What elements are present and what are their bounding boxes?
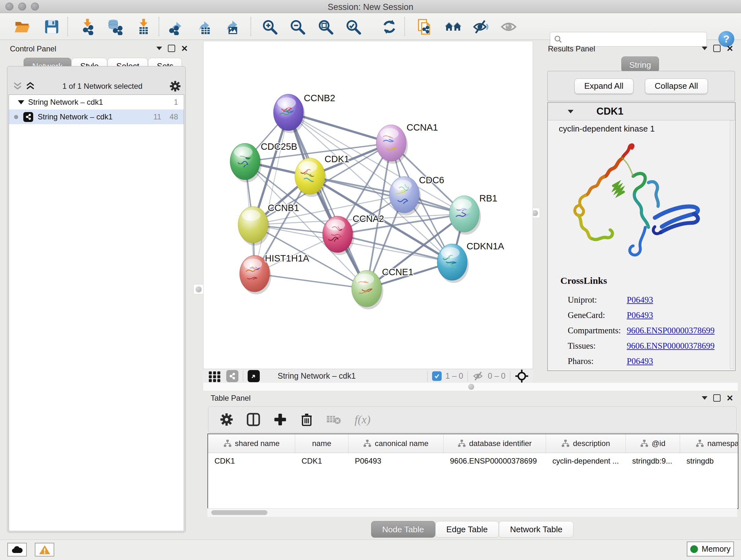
table-cell[interactable]: stringdb:9... [626, 453, 680, 469]
expander-triangle-icon[interactable] [18, 100, 24, 105]
protein-description: cyclin-dependent kinase 1 [559, 124, 655, 134]
add-column-icon[interactable] [273, 413, 287, 426]
crosslink-link[interactable]: 9606.ENSP00000378699 [627, 326, 715, 335]
zoom-fit-button[interactable] [317, 18, 334, 36]
save-session-button[interactable] [43, 18, 61, 36]
birds-eye-grid-icon[interactable] [208, 370, 221, 382]
table-panel-float-icon[interactable] [713, 394, 721, 401]
table-cell[interactable]: stringdb [680, 453, 738, 469]
zoom-selected-button[interactable] [344, 18, 362, 36]
table-cell[interactable]: cyclin-dependent ... [546, 453, 626, 469]
expand-all-icon[interactable] [25, 82, 36, 90]
import-table-from-file-button[interactable] [135, 18, 152, 36]
column-header-canonical-name[interactable]: canonical name [348, 434, 444, 453]
column-type-icon [561, 439, 569, 448]
control-panel-close-icon[interactable]: ✕ [181, 45, 188, 52]
export-image-button[interactable] [223, 18, 241, 36]
column-header--id[interactable]: @id [626, 434, 680, 453]
hide-selected-button[interactable] [472, 18, 489, 36]
node-label-CCNE1: CCNE1 [382, 267, 413, 277]
column-header-namespace[interactable]: namespace [680, 434, 738, 453]
gear-icon[interactable] [170, 80, 181, 92]
crosslink-link[interactable]: P06493 [627, 356, 653, 366]
table-cell[interactable]: 9606.ENSP00000378699 [444, 453, 546, 469]
column-header-name[interactable]: name [295, 434, 348, 453]
string-network-graph[interactable]: CCNB2CCNA1CDC25BCDK1CDC6RB1CCNB1CCNA2CDK… [204, 41, 533, 369]
zoom-out-button[interactable] [288, 18, 307, 36]
import-network-from-file-button[interactable] [78, 18, 96, 36]
table-gear-icon[interactable] [220, 413, 233, 426]
column-header-shared-name[interactable]: shared name [208, 434, 295, 453]
crosslink-link[interactable]: 9606.ENSP00000378699 [627, 341, 715, 351]
expand-all-button[interactable]: Expand All [575, 78, 633, 94]
export-table-button[interactable] [196, 18, 214, 36]
control-panel-title: Control Panel [10, 44, 56, 53]
warnings-button[interactable] [35, 543, 54, 557]
selected-checkbox-icon[interactable] [432, 371, 442, 381]
open-in-window-icon[interactable] [248, 370, 260, 382]
cloud-status-button[interactable] [7, 543, 27, 557]
tab-edge-table[interactable]: Edge Table [435, 521, 499, 538]
main-toolbar: ? [0, 13, 741, 40]
table-cell[interactable]: CDK1 [208, 453, 295, 469]
control-panel-menu-icon[interactable] [156, 47, 162, 50]
results-panel-menu-icon[interactable] [702, 47, 708, 50]
table-horizontal-scrollbar[interactable] [207, 508, 737, 517]
node-label-CCNB1: CCNB1 [268, 203, 299, 213]
network-selection-status: 1 of 1 Network selected [36, 82, 170, 91]
collapse-all-button[interactable]: Collapse All [645, 78, 708, 94]
hidden-eye-slash-icon[interactable] [472, 371, 484, 381]
show-all-button[interactable] [500, 18, 518, 36]
network-share-badge-icon[interactable] [226, 370, 239, 382]
table-tabs: Node Table Edge Table Network Table [207, 521, 738, 538]
zoom-out-icon [289, 18, 306, 35]
network-from-clipboard-button[interactable] [416, 18, 434, 36]
toolbar-separator [67, 17, 68, 36]
delete-table-icon[interactable] [327, 414, 341, 425]
table-toolbar: f(x) [208, 407, 737, 433]
horizontal-splitter[interactable] [203, 383, 738, 391]
string-home-button[interactable] [444, 18, 462, 36]
table-cell[interactable]: P06493 [348, 453, 444, 469]
crosshair-icon[interactable] [515, 369, 529, 383]
network-row[interactable]: String Network – cdk1 11 48 [9, 110, 184, 124]
crosslink-label: Uniprot: [568, 295, 597, 305]
window-title-bar: Session: New Session [0, 0, 741, 13]
function-builder-icon[interactable]: f(x) [354, 413, 370, 426]
splitter-grip-dot[interactable] [468, 384, 474, 390]
splitter-handle-left[interactable] [193, 284, 204, 294]
network-edge-count: 48 [170, 112, 178, 121]
table-cell[interactable]: CDK1 [295, 453, 348, 469]
crosslink-link[interactable]: P06493 [627, 295, 653, 305]
results-panel-float-icon[interactable] [713, 45, 721, 52]
column-header-description[interactable]: description [546, 434, 626, 453]
scrollbar-thumb[interactable] [211, 510, 267, 515]
results-panel-close-icon[interactable]: ✕ [726, 45, 733, 52]
results-scrollbar[interactable] [730, 121, 734, 369]
delete-column-icon[interactable] [300, 413, 313, 426]
collapse-all-icon[interactable] [12, 82, 23, 90]
import-network-from-database-button[interactable] [106, 18, 124, 36]
network-view-canvas[interactable]: CCNB2CCNA1CDC25BCDK1CDC6RB1CCNB1CCNA2CDK… [203, 41, 533, 369]
table-row[interactable]: CDK1CDK1P064939606.ENSP00000378699cyclin… [208, 453, 738, 469]
control-panel-float-icon[interactable] [168, 45, 175, 52]
apply-layout-button[interactable] [381, 18, 398, 36]
network-edge-CCNB2-HIST1H1A[interactable] [255, 112, 288, 273]
memory-button[interactable]: Memory [687, 542, 734, 557]
network-collection-row[interactable]: String Network – cdk1 1 [9, 95, 184, 110]
zoom-in-icon [261, 18, 278, 35]
tab-string[interactable]: String [621, 57, 659, 72]
network-edge-HIST1H1A-CCNE1[interactable] [255, 273, 367, 289]
protein-card-header[interactable]: CDK1 [548, 103, 735, 120]
open-session-button[interactable] [13, 18, 31, 36]
tab-node-table[interactable]: Node Table [371, 521, 435, 538]
column-header-database-identifier[interactable]: database identifier [444, 434, 546, 453]
export-network-button[interactable] [168, 18, 186, 36]
table-panel-menu-icon[interactable] [702, 396, 708, 400]
show-columns-icon[interactable] [247, 413, 260, 426]
crosslink-link[interactable]: P06493 [627, 310, 653, 320]
collapse-card-icon[interactable] [568, 110, 574, 113]
tab-network-table[interactable]: Network Table [499, 521, 574, 538]
zoom-in-button[interactable] [261, 18, 279, 36]
table-panel-close-icon[interactable]: ✕ [726, 395, 733, 401]
